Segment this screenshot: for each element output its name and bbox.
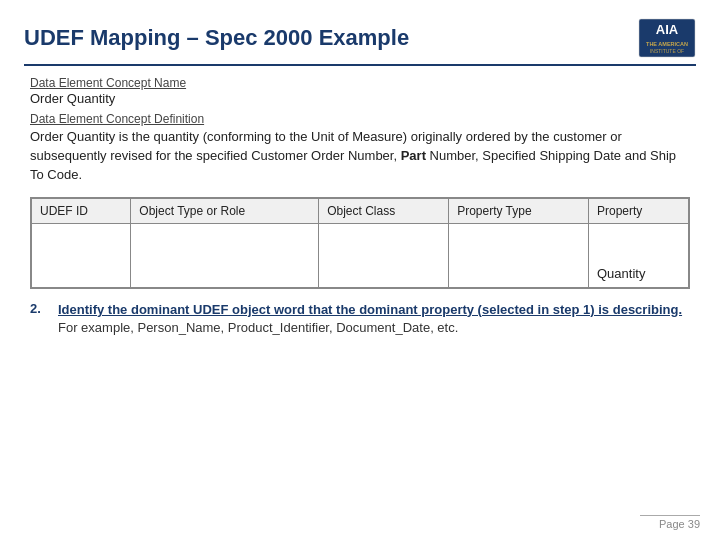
cell-object-class xyxy=(319,223,449,287)
svg-text:THE AMERICAN: THE AMERICAN xyxy=(646,41,688,47)
table-row: Quantity xyxy=(32,223,689,287)
slide-title: UDEF Mapping – Spec 2000 Example xyxy=(24,25,409,51)
aia-logo: AIA THE AMERICAN INSTITUTE OF xyxy=(638,18,696,58)
concept-name-value: Order Quantity xyxy=(30,91,690,106)
step-text-bold: Identify the dominant UDEF object word t… xyxy=(58,302,682,317)
col-property: Property xyxy=(588,198,688,223)
slide: UDEF Mapping – Spec 2000 Example AIA THE… xyxy=(0,0,720,540)
col-object-type: Object Type or Role xyxy=(131,198,319,223)
step-number: 2. xyxy=(30,301,48,339)
cell-udef-id xyxy=(32,223,131,287)
concept-definition-label: Data Element Concept Definition xyxy=(30,112,690,126)
svg-text:AIA: AIA xyxy=(656,22,679,37)
concept-name-label: Data Element Concept Name xyxy=(30,76,690,90)
col-object-class: Object Class xyxy=(319,198,449,223)
slide-content: Data Element Concept Name Order Quantity… xyxy=(24,76,696,338)
table-header-row: UDEF ID Object Type or Role Object Class… xyxy=(32,198,689,223)
cell-property: Quantity xyxy=(588,223,688,287)
svg-text:INSTITUTE OF: INSTITUTE OF xyxy=(650,48,684,54)
udef-table: UDEF ID Object Type or Role Object Class… xyxy=(31,198,689,288)
col-udef-id: UDEF ID xyxy=(32,198,131,223)
definition-bold-word: Part xyxy=(401,148,426,163)
cell-property-type xyxy=(449,223,589,287)
quantity-text: Quantity xyxy=(597,266,645,281)
col-property-type: Property Type xyxy=(449,198,589,223)
udef-table-container: UDEF ID Object Type or Role Object Class… xyxy=(30,197,690,289)
slide-header: UDEF Mapping – Spec 2000 Example AIA THE… xyxy=(24,18,696,66)
cell-object-type xyxy=(131,223,319,287)
step-text-normal: For example, Person_Name, Product_Identi… xyxy=(58,320,458,335)
page-number: Page 39 xyxy=(640,515,700,530)
concept-definition-text: Order Quantity is the quantity (conformi… xyxy=(30,128,690,185)
step-2-note: 2. Identify the dominant UDEF object wor… xyxy=(30,301,690,339)
step-text: Identify the dominant UDEF object word t… xyxy=(58,301,690,339)
